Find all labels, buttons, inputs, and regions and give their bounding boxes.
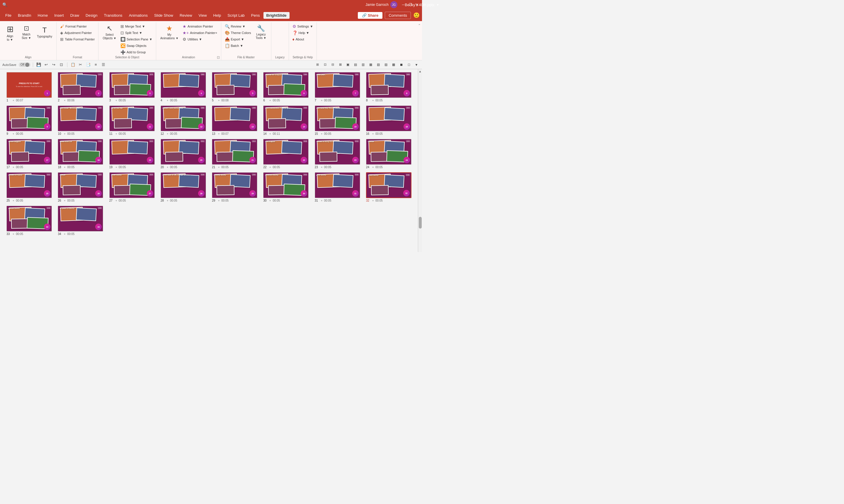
- slide-item-12[interactable]: Carters Lane pantomime1996 12 12 ✦ 00:05: [159, 106, 208, 136]
- qat-tool-7[interactable]: ▥: [360, 61, 366, 68]
- save-button[interactable]: 💾: [35, 61, 42, 68]
- menu-scriptlab[interactable]: Script Lab: [225, 12, 248, 19]
- help-button[interactable]: ❓ Help ▼: [291, 30, 315, 36]
- menu-animations[interactable]: Animations: [126, 12, 151, 19]
- qat-tool-8[interactable]: ▦: [367, 61, 374, 68]
- slide-item-11[interactable]: Up on the clip1994 11 11 ✦ 00:05: [108, 106, 157, 136]
- swap-objects-button[interactable]: 🔀 Swap Objects: [119, 43, 154, 49]
- search-icon[interactable]: 🔍: [2, 2, 7, 7]
- qat-tool-12[interactable]: ◼: [398, 61, 405, 68]
- slide-item-6[interactable]: Anyone for croquet?1984 6 6 ✦ 00:05: [262, 72, 310, 102]
- slide-thumbnail-16[interactable]: 2004 16: [366, 106, 411, 131]
- slide-item-20[interactable]: 2012 20 20 ✦ 00:05: [159, 139, 208, 169]
- slide-thumbnail-13[interactable]: 1998 13: [212, 106, 257, 131]
- qat-tool-10[interactable]: ▨: [383, 61, 389, 68]
- menu-brightslide[interactable]: BrightSlide: [264, 12, 289, 19]
- slide-item-18[interactable]: Home from uni2008 18 18 ✦ 00:05: [56, 139, 105, 169]
- undo-button[interactable]: ↩: [43, 61, 50, 68]
- slide-item-19[interactable]: 2010 19 19 ✦ 00:05: [108, 139, 157, 169]
- slide-grid-container[interactable]: PRESS F5 TO STARTTo start the slideshow.…: [0, 69, 418, 252]
- typography-button[interactable]: T Typography: [35, 23, 54, 41]
- comments-button[interactable]: Comments: [385, 12, 411, 19]
- slide-item-13[interactable]: 1998 13 13 ✦ 00:07: [210, 106, 259, 136]
- slide-item-14[interactable]: First communion, Clowne gram...2000 14 1…: [262, 106, 310, 136]
- select-objects-button[interactable]: ↖ SelectObjects ▼: [101, 23, 118, 41]
- my-animations-button[interactable]: ★ MyAnimations ▼: [159, 23, 180, 41]
- slide-thumbnail-18[interactable]: Home from uni2008 18: [58, 139, 103, 165]
- slide-item-22[interactable]: 31st August2016 22 22 ✦ 00:05: [262, 139, 310, 169]
- qat-tool-6[interactable]: ▤: [352, 61, 359, 68]
- selection-pane-button[interactable]: 🔲 Selection Pane ▼: [119, 36, 154, 42]
- scrollbar[interactable]: ▲ ▼: [418, 69, 422, 252]
- autosave-toggle[interactable]: Off: [19, 62, 31, 67]
- format-btn[interactable]: ≡: [93, 61, 99, 68]
- slide-thumbnail-14[interactable]: First communion, Clowne gram...2000 14: [263, 106, 309, 131]
- slide-item-34[interactable]: 40 years of Becky2040 34 34 ✦ 00:05: [56, 206, 105, 236]
- menu-home[interactable]: Home: [35, 12, 51, 19]
- menu-design[interactable]: Design: [83, 12, 100, 19]
- slide-thumbnail-11[interactable]: Up on the clip1994 11: [109, 106, 155, 131]
- slide-thumbnail-28[interactable]: move back to UK, Dougal arrives2028 28: [161, 172, 206, 198]
- menu-file[interactable]: File: [2, 12, 14, 19]
- cut-button[interactable]: ✂: [77, 61, 84, 68]
- qat-tool-13[interactable]: ◻: [406, 61, 412, 68]
- utilities-button[interactable]: ⚙ Utilities ▼: [181, 36, 218, 42]
- slide-thumbnail-31[interactable]: posh Becky2034 31: [315, 172, 360, 198]
- export-button[interactable]: 📤 Export ▼: [223, 36, 252, 42]
- emoji-button[interactable]: 🙂: [413, 12, 420, 18]
- menu-help[interactable]: Help: [211, 12, 224, 19]
- slide-thumbnail-27[interactable]: Oliver Becky2026 27: [109, 172, 155, 198]
- slide-thumbnail-34[interactable]: 40 years of Becky2040 34: [58, 206, 103, 232]
- slide-item-31[interactable]: posh Becky2034 31 31 ✦ 00:05: [313, 172, 362, 202]
- slide-thumbnail-29[interactable]: mummy Becky2030 29: [212, 172, 257, 198]
- about-button[interactable]: ♦ About: [291, 36, 315, 42]
- slide-item-26[interactable]: Kaitlyn2024 26 26 ✦ 00:05: [56, 172, 105, 202]
- slide-item-3[interactable]: 1978 3 3 ✦ 00:05: [108, 72, 157, 102]
- menu-draw[interactable]: Draw: [67, 12, 82, 19]
- slide-thumbnail-19[interactable]: 2010 19: [109, 139, 155, 165]
- animation-painter-plus-button[interactable]: ★+ Animation Painter+: [181, 30, 218, 36]
- slide-item-10[interactable]: Dare Road / Birmingham Rd.1992 10 10 ✦ 0…: [56, 106, 105, 136]
- slide-item-5[interactable]: 1982 5 5 ✦ 00:08: [210, 72, 259, 102]
- paste-button[interactable]: 📑: [85, 61, 91, 68]
- slide-item-21[interactable]: 2014 21 21 ✦ 00:05: [210, 139, 259, 169]
- slide-item-4[interactable]: 1980 4 4 ✦ 00:05: [159, 72, 208, 102]
- qat-more[interactable]: ▼: [413, 61, 420, 68]
- menu-brandin[interactable]: BrandIn: [15, 12, 34, 19]
- slide-item-30[interactable]: sunshine Becky2032 30 30 ✦ 00:05: [262, 172, 310, 202]
- slide-item-8[interactable]: 1988 8 8 ✦ 00:05: [364, 72, 413, 102]
- batch-button[interactable]: 📋 Batch ▼: [223, 43, 252, 49]
- slide-item-27[interactable]: Oliver Becky2026 27 27 ✦ 00:05: [108, 172, 157, 202]
- slide-item-29[interactable]: mummy Becky2030 29 29 ✦ 00:05: [210, 172, 259, 202]
- menu-view[interactable]: View: [196, 12, 210, 19]
- more-btn[interactable]: ☰: [100, 61, 107, 68]
- slide-thumbnail-8[interactable]: 1988 8: [366, 72, 411, 98]
- slide-thumbnail-9[interactable]: 1990 9: [6, 106, 52, 131]
- slide-item-33[interactable]: radiant Becky2038 33 33 ✦ 00:05: [5, 206, 54, 236]
- menu-transitions[interactable]: Transitions: [101, 12, 125, 19]
- slide-thumbnail-17[interactable]: Up the baggies2006 17: [6, 139, 52, 165]
- redo-button[interactable]: ↪: [51, 61, 57, 68]
- new-slide-button[interactable]: 📋: [70, 61, 76, 68]
- slide-thumbnail-30[interactable]: sunshine Becky2032 30: [263, 172, 309, 198]
- slide-item-25[interactable]: moved to France2022 25 25 ✦ 00:05: [5, 172, 54, 202]
- scroll-thumb[interactable]: [419, 217, 422, 229]
- slide-thumbnail-26[interactable]: Kaitlyn2024 26: [58, 172, 103, 198]
- slide-thumbnail-6[interactable]: Anyone for croquet?1984 6: [263, 72, 309, 98]
- qat-tool-4[interactable]: ⊠: [337, 61, 343, 68]
- adjustment-painter-button[interactable]: ◈ Adjustment Painter: [59, 30, 96, 36]
- slide-item-28[interactable]: move back to UK, Dougal arrives2028 28 2…: [159, 172, 208, 202]
- scroll-track[interactable]: [418, 73, 422, 252]
- animation-expander[interactable]: ⊡: [217, 55, 220, 59]
- legacy-tools-button[interactable]: 🔧 LegacyTools ▼: [253, 23, 269, 41]
- slide-item-16[interactable]: 2004 16 16 ✦ 00:05: [364, 106, 413, 136]
- slide-thumbnail-25[interactable]: moved to France2022 25: [6, 172, 52, 198]
- slide-thumbnail-12[interactable]: Carters Lane pantomime1996 12: [161, 106, 206, 131]
- menu-insert[interactable]: Insert: [51, 12, 67, 19]
- share-button[interactable]: 🔗 Share: [358, 12, 382, 19]
- slide-item-1[interactable]: PRESS F5 TO STARTTo start the slideshow.…: [5, 72, 54, 102]
- slide-thumbnail-3[interactable]: 1978 3: [109, 72, 155, 98]
- slide-item-24[interactable]: Connor2020 24 24 ✦ 00:05: [364, 139, 413, 169]
- slide-thumbnail-1[interactable]: PRESS F5 TO STARTTo start the slideshow.…: [6, 72, 52, 98]
- slide-item-23[interactable]: moved to Hong Kong2018 23 23 ✦ 00:05: [313, 139, 362, 169]
